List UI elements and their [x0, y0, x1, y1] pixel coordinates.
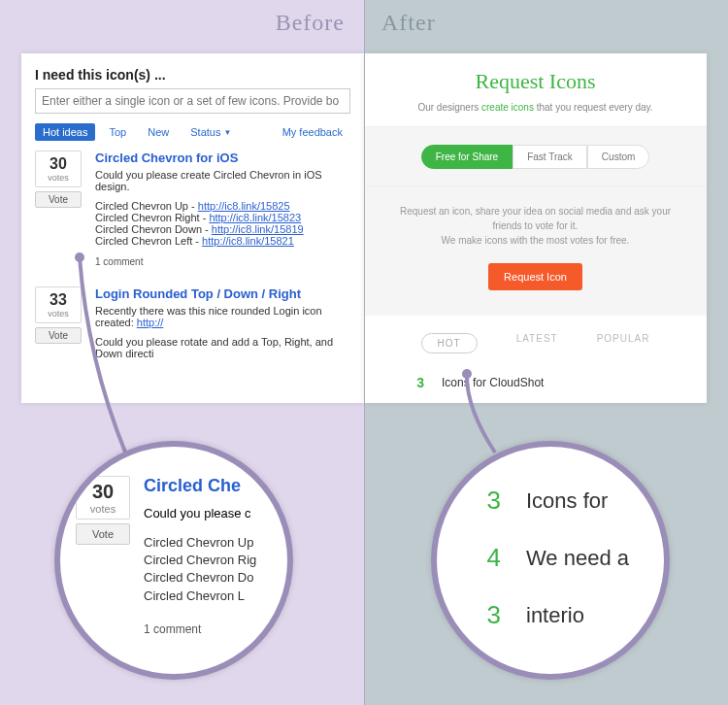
request-title[interactable]: Icons for CloudShot — [442, 376, 544, 389]
vote-box: 30 votes Vote — [35, 151, 82, 267]
request-votes: 3 — [407, 375, 424, 390]
tab-bar: Hot ideas Top New Status ▼ My feedback — [35, 123, 350, 141]
tab-hot-ideas[interactable]: Hot ideas — [35, 123, 95, 141]
idea-link[interactable]: http:// — [137, 317, 164, 328]
vote-button[interactable]: Vote — [35, 327, 82, 344]
sub-post: that you request every day. — [534, 102, 653, 113]
idea-title[interactable]: Circled Chevron for iOS — [95, 151, 350, 165]
mag-vote-card: 30 votes — [76, 476, 130, 520]
list-item: 3 Icons for CloudShot — [364, 367, 707, 398]
vote-label: votes — [36, 309, 81, 319]
vote-card: 30 votes — [35, 151, 82, 187]
tab-spacer — [245, 129, 268, 135]
sort-hot[interactable]: HOT — [421, 333, 478, 353]
mag-vote-label: votes — [77, 503, 129, 515]
tab-status[interactable]: Status ▼ — [182, 123, 239, 141]
after-magnifier: 3 Icons for 4 We need a 3 interio — [431, 441, 670, 680]
after-title: Request Icons — [364, 69, 707, 94]
info-text: Request an icon, share your idea on soci… — [364, 186, 707, 248]
after-panel: Request Icons Our designers create icons… — [364, 53, 707, 403]
before-panel: I need this icon(s) ... Hot ideas Top Ne… — [21, 53, 364, 403]
desc-pre: Recently there was this nice rounded Log… — [95, 305, 322, 328]
after-stem-dot — [462, 369, 472, 379]
mag-vote-n: 3 — [478, 486, 501, 516]
tab-my-feedback[interactable]: My feedback — [275, 123, 350, 141]
mag-desc: Could you please c — [144, 506, 256, 520]
mag-after-content: 3 Icons for 4 We need a 3 interio — [437, 447, 664, 644]
mag-row: 3 interio — [478, 587, 664, 644]
idea-line: Circled Chevron Right - http://ic8.link/… — [95, 212, 350, 223]
line-pre: Circled Chevron Down - — [95, 223, 212, 235]
idea-link[interactable]: http://ic8.link/15821 — [202, 235, 294, 247]
idea-link[interactable]: http://ic8.link/15825 — [198, 200, 290, 212]
line-pre: Circled Chevron Left - — [95, 235, 202, 247]
idea-item: 33 votes Vote Login Rounded Top / Down /… — [35, 286, 350, 373]
mag-line: Circled Chevron Do — [144, 569, 256, 587]
mag-row: 4 We need a — [478, 529, 664, 587]
vote-button[interactable]: Vote — [35, 191, 82, 208]
chevron-down-icon: ▼ — [223, 128, 231, 137]
create-icons-link[interactable]: create icons — [481, 102, 534, 113]
tab-new[interactable]: New — [140, 123, 177, 141]
mag-line: Circled Chevron L — [144, 588, 256, 605]
sub-pre: Our designers — [417, 102, 481, 113]
info-line1: Request an icon, share your idea on soci… — [400, 206, 671, 231]
sort-row: HOT LATEST POPULAR — [364, 316, 707, 367]
line-pre: Circled Chevron Right - — [95, 212, 209, 223]
mag-line: Circled Chevron Rig — [144, 552, 256, 569]
after-header: Request Icons — [364, 53, 707, 94]
mag-vote-n: 4 — [478, 543, 501, 573]
comment-count[interactable]: 1 comment — [95, 256, 350, 267]
mag-req-title[interactable]: interio — [526, 603, 584, 628]
sort-latest[interactable]: LATEST — [516, 333, 558, 353]
cta-wrap: Request Icon — [364, 248, 707, 316]
mag-req-title[interactable]: We need a — [526, 546, 629, 571]
pill-row: Free for Share Fast Track Custom — [364, 126, 707, 186]
idea-line: Circled Chevron Down - http://ic8.link/1… — [95, 223, 350, 235]
idea-desc: Could you please create Circled Chevron … — [95, 169, 350, 192]
mag-comment[interactable]: 1 comment — [144, 622, 256, 636]
idea-body: Circled Chevron for iOS Could you please… — [95, 151, 350, 267]
vote-label: votes — [36, 173, 81, 183]
column-divider — [364, 0, 365, 705]
mag-vote-button[interactable]: Vote — [76, 523, 130, 545]
after-subtitle: Our designers create icons that you requ… — [364, 102, 707, 113]
vote-box: 33 votes Vote — [35, 286, 82, 359]
pill-custom[interactable]: Custom — [587, 145, 649, 169]
icon-input[interactable] — [35, 88, 350, 114]
pill-fast-track[interactable]: Fast Track — [513, 145, 587, 169]
header-before: Before — [0, 10, 364, 36]
idea-title[interactable]: Login Rounded Top / Down / Right — [95, 286, 350, 301]
pill-free-for-share[interactable]: Free for Share — [421, 145, 513, 169]
mag-before-content: 30 votes Vote Circled Che Could you plea… — [60, 447, 287, 636]
header-after: After — [364, 10, 728, 36]
tab-top[interactable]: Top — [101, 123, 134, 141]
mag-body: Circled Che Could you please c Circled C… — [144, 476, 256, 636]
mag-req-title[interactable]: Icons for — [526, 488, 608, 514]
request-list: 3 Icons for CloudShot 4 We need a set fo… — [364, 367, 707, 403]
mag-vote-count: 30 — [77, 481, 129, 503]
sort-popular[interactable]: POPULAR — [597, 333, 650, 353]
idea-line: Circled Chevron Up - http://ic8.link/158… — [95, 200, 350, 212]
before-magnifier: 30 votes Vote Circled Che Could you plea… — [54, 441, 293, 680]
vote-count: 33 — [36, 291, 81, 309]
request-icon-button[interactable]: Request Icon — [488, 263, 582, 290]
vote-count: 30 — [36, 155, 81, 173]
mag-line: Circled Chevron Up — [144, 534, 256, 552]
mag-row: 3 Icons for — [478, 472, 664, 529]
mag-vote-n: 3 — [478, 600, 501, 630]
list-item: 4 We need a set for our web-design — [364, 398, 707, 403]
before-stem-dot — [75, 252, 84, 262]
idea-desc2: Could you please rotate and add a Top, R… — [95, 336, 350, 359]
tab-status-label: Status — [190, 126, 220, 138]
mag-title[interactable]: Circled Che — [144, 476, 256, 496]
info-line2: We make icons with the most votes for fr… — [442, 235, 630, 246]
before-title: I need this icon(s) ... — [35, 67, 350, 83]
idea-body: Login Rounded Top / Down / Right Recentl… — [95, 286, 350, 359]
idea-desc: Recently there was this nice rounded Log… — [95, 305, 350, 328]
mag-vote-box: 30 votes Vote — [76, 476, 130, 636]
line-pre: Circled Chevron Up - — [95, 200, 198, 212]
vote-card: 33 votes — [35, 286, 82, 323]
idea-link[interactable]: http://ic8.link/15819 — [212, 223, 304, 235]
idea-link[interactable]: http://ic8.link/15823 — [209, 212, 301, 223]
